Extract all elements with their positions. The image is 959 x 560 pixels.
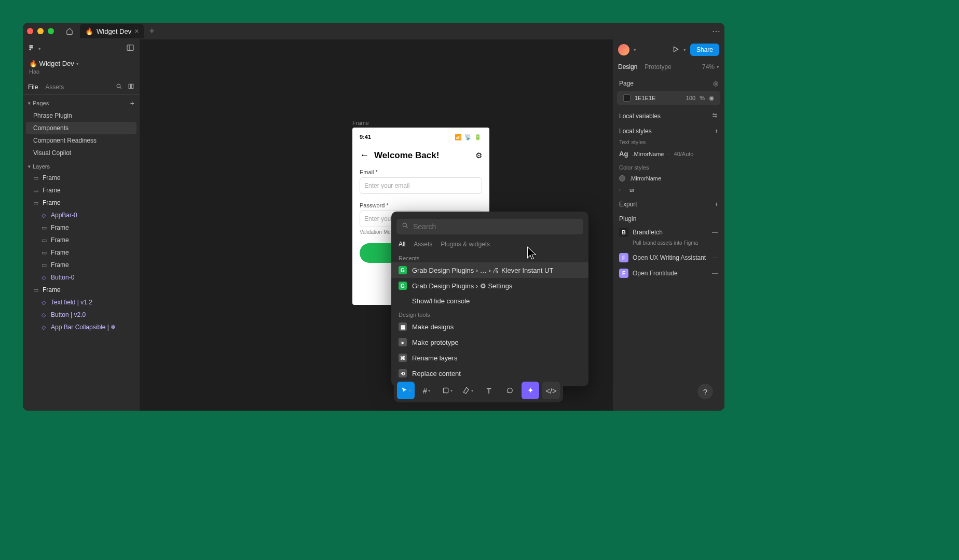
text-style-item[interactable]: Ag .MirrorName · 40/Auto	[613, 147, 724, 160]
qa-search-input[interactable]	[413, 222, 578, 231]
qa-recent-item[interactable]: GGrab Design Plugins › … › 🖨 Klever Inst…	[391, 262, 588, 278]
plugin-item[interactable]: BBrandfetch—	[613, 225, 724, 240]
page-settings-icon[interactable]: ◎	[713, 80, 718, 87]
zoom-control[interactable]: 74% ▾	[702, 63, 719, 71]
pages-header[interactable]: ▾ Pages +	[23, 95, 140, 109]
ai-tool[interactable]: ✦	[522, 382, 539, 399]
dev-mode-toggle[interactable]: </>	[542, 382, 560, 399]
present-button[interactable]	[672, 46, 679, 54]
color-style-name: .MirrorName	[629, 175, 661, 181]
canvas[interactable]: Frame 9:41 📶 📡 🔋 ← Welcome Back! ⚙ Email…	[140, 39, 613, 411]
component-icon: ◇	[42, 324, 48, 331]
layer-item[interactable]: ▭Frame	[23, 172, 140, 184]
remove-plugin-icon[interactable]: —	[712, 229, 718, 236]
layer-item[interactable]: ▭Frame	[23, 221, 140, 234]
frame-label[interactable]: Frame	[352, 120, 369, 126]
layer-item[interactable]: ▭Frame	[23, 284, 140, 296]
more-menu-icon[interactable]: ⋯	[712, 26, 720, 36]
chevron-down-icon[interactable]: ▾	[634, 47, 636, 52]
qa-item-label: Grab Design Plugins › … › 🖨 Klever Insta…	[412, 267, 553, 274]
plugin-item[interactable]: FOpen UX Writing Assistant—	[613, 250, 724, 265]
search-icon[interactable]	[116, 83, 122, 91]
text-style-meta: 40/Auto	[674, 151, 694, 157]
page-item[interactable]: Phrase Plugin	[23, 109, 140, 122]
project-owner: Hao	[23, 68, 140, 80]
visibility-toggle-icon[interactable]: ◉	[709, 94, 714, 102]
qa-recent-item[interactable]: Show/Hide console	[391, 293, 588, 309]
library-icon[interactable]	[128, 83, 134, 91]
remove-plugin-icon[interactable]: —	[712, 270, 718, 277]
tab-assets[interactable]: Assets	[45, 83, 64, 91]
plugin-name: Open Frontitude	[633, 270, 678, 277]
variables-settings-icon[interactable]	[711, 112, 718, 120]
layer-item[interactable]: ◇Button-0	[23, 271, 140, 284]
figma-menu-icon[interactable]	[28, 44, 35, 53]
layer-item[interactable]: ◇AppBar-0	[23, 209, 140, 221]
text-tool[interactable]: T	[480, 382, 498, 399]
page-item[interactable]: Component Readiness	[23, 134, 140, 147]
new-tab-button[interactable]: +	[149, 26, 155, 37]
layer-item[interactable]: ▭Frame	[23, 246, 140, 259]
qa-tool-item[interactable]: ⌘Rename layers	[391, 350, 588, 366]
left-tabs: File Assets	[23, 80, 140, 95]
right-panel-header: ▾ ▾ Share	[613, 39, 724, 60]
qa-recent-item[interactable]: GGrab Design Plugins › ⚙ Settings	[391, 278, 588, 293]
close-window-icon[interactable]	[27, 28, 33, 34]
layer-item[interactable]: ▭Frame	[23, 234, 140, 246]
tab-design[interactable]: Design	[618, 63, 637, 71]
document-tab[interactable]: 🔥 Widget Dev ×	[80, 24, 144, 38]
color-group-item[interactable]: › ui	[613, 184, 724, 195]
qa-tool-item[interactable]: ▦Make designs	[391, 319, 588, 334]
pen-tool[interactable]: ▾	[459, 382, 477, 399]
tab-prototype[interactable]: Prototype	[645, 63, 671, 71]
plugin-icon: F	[619, 269, 628, 278]
qa-tab-plugins[interactable]: Plugins & widgets	[441, 241, 490, 248]
chevron-down-icon[interactable]: ▾	[38, 46, 41, 51]
maximize-window-icon[interactable]	[48, 28, 54, 34]
user-avatar[interactable]	[618, 44, 629, 55]
qa-tab-all[interactable]: All	[399, 241, 405, 248]
add-export-icon[interactable]: +	[715, 201, 718, 208]
chevron-down-icon[interactable]: ▾	[683, 47, 686, 52]
page-background-row[interactable]: 1E1E1E 100 % ◉	[617, 91, 720, 105]
frame-icon: ▭	[42, 262, 48, 269]
layer-item[interactable]: ▭Frame	[23, 259, 140, 271]
minimize-window-icon[interactable]	[37, 28, 44, 34]
layer-item[interactable]: ◇App Bar Collapsible | ❄	[23, 321, 140, 333]
qa-search[interactable]	[396, 219, 583, 234]
layer-item[interactable]: ▭Frame	[23, 184, 140, 197]
color-style-item[interactable]: .MirrorName	[613, 173, 724, 184]
add-page-icon[interactable]: +	[130, 99, 134, 107]
close-tab-icon[interactable]: ×	[134, 27, 139, 35]
plugin-item[interactable]: FOpen Frontitude—	[613, 265, 724, 281]
layer-item[interactable]: ◇Text field | v1.2	[23, 296, 140, 309]
layers-header[interactable]: ▾ Layers	[23, 159, 140, 172]
remove-plugin-icon[interactable]: —	[712, 254, 718, 261]
export-header[interactable]: Export +	[613, 195, 724, 210]
page-item[interactable]: Visual Copilot	[23, 147, 140, 159]
qa-tool-item[interactable]: ▸Make prototype	[391, 334, 588, 350]
layer-label: Frame	[43, 174, 61, 181]
left-panel-header: ▾	[23, 39, 140, 58]
qa-tab-assets[interactable]: Assets	[414, 241, 432, 248]
plugin-header: Plugin	[613, 210, 724, 225]
frame-icon: ▭	[33, 175, 39, 181]
home-button[interactable]	[62, 24, 77, 38]
panel-toggle-icon[interactable]	[126, 44, 134, 53]
tab-file[interactable]: File	[28, 83, 38, 91]
comment-tool[interactable]	[501, 382, 518, 399]
layer-item[interactable]: ◇Button | v2.0	[23, 309, 140, 321]
layer-item[interactable]: ▭Frame	[23, 197, 140, 209]
frame-tool[interactable]: #▾	[418, 382, 435, 399]
qa-item-label: Make designs	[412, 323, 454, 331]
shape-tool[interactable]: ▾	[439, 382, 456, 399]
share-button[interactable]: Share	[690, 44, 719, 56]
local-variables-header[interactable]: Local variables	[613, 107, 724, 122]
project-name[interactable]: 🔥 Widget Dev ▾	[23, 58, 140, 68]
add-style-icon[interactable]: +	[715, 128, 718, 135]
help-button[interactable]: ?	[697, 384, 713, 399]
svg-point-9	[403, 223, 406, 227]
page-item[interactable]: Components	[26, 122, 136, 134]
move-tool[interactable]: ▾	[397, 382, 415, 399]
password-label: Password *	[360, 202, 482, 208]
